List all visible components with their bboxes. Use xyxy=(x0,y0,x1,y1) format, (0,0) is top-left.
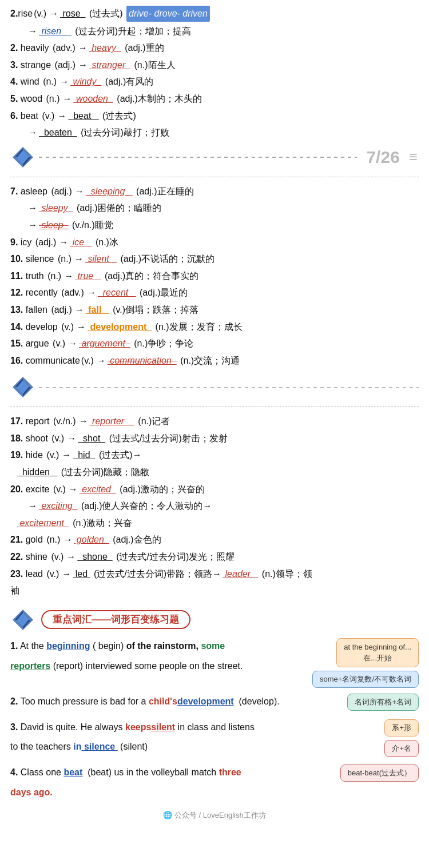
entry-icy: 9. icy (adj.) → ice (n.)冰 xyxy=(10,235,419,250)
entry-word: report xyxy=(23,414,52,429)
entry-pos: (adj.) xyxy=(51,184,72,199)
entry-word: heavily xyxy=(18,41,51,55)
entry-word: wood xyxy=(18,91,45,106)
entry-answer: reporter xyxy=(90,414,134,429)
entry-answer: excitement xyxy=(17,516,69,531)
section-divider-1: 7/26 ≡ xyxy=(10,145,419,170)
callout-text: 名词所有格+名词 xyxy=(355,698,411,706)
entry-sleepy: → sleepy (adj.)困倦的；瞌睡的 xyxy=(10,201,419,216)
entry-word: truth xyxy=(23,269,46,284)
entry-word: silence xyxy=(23,252,57,266)
entry-word: rise xyxy=(18,6,33,21)
arrow-icon: → xyxy=(62,448,71,463)
callout-some: some+名词复数/不可数名词 xyxy=(312,671,419,688)
entry-answer: golden xyxy=(74,532,109,547)
entry-num: 2. xyxy=(10,6,18,21)
entry-num: 3. xyxy=(10,58,18,73)
entry-label: (过去分词)隐藏；隐敝 xyxy=(58,465,149,480)
practice-num: 4. xyxy=(10,765,21,781)
practice-text: (beat) us in the volleyball match xyxy=(82,765,219,781)
arrow-icon: → xyxy=(79,414,88,429)
entry-label: (过去式/过去分词)发光；照耀 xyxy=(114,550,235,564)
entry-num: 19. xyxy=(10,448,23,463)
arrow-icon: → xyxy=(62,567,71,582)
entry-num: 21. xyxy=(10,532,23,547)
entry-word: argue xyxy=(23,336,51,351)
page-indicator: 7/26 xyxy=(366,148,399,167)
arrow-icon: → xyxy=(64,269,73,284)
practice-colored-2: in xyxy=(73,739,81,755)
practice-text: (develop). xyxy=(234,694,280,710)
practice-3-line2: to the teachers in silence (silent) xyxy=(10,739,304,755)
entry-num: 6. xyxy=(10,109,18,124)
entry-hidden: hidden (过去分词)隐藏；隐敝 xyxy=(10,465,419,480)
entry-develop: 14. develop (v.) → development (n.)发展；发育… xyxy=(10,320,419,335)
entry-pos: (adv.) xyxy=(61,285,84,300)
callout-text: at the beginning of...在...开始 xyxy=(344,643,411,663)
practice-2-text: 2. Too much pressure is bad for a child'… xyxy=(10,694,304,714)
practice-answer-2: reporters xyxy=(10,658,50,675)
page: 2. rise (v.) → rose (过去式) drive- drove- … xyxy=(0,0,429,832)
entry-label: (过去式) xyxy=(87,6,126,21)
entry-word: beat xyxy=(18,109,41,124)
entry-pos: (n.) xyxy=(46,532,60,547)
arrow-icon: → xyxy=(28,125,37,140)
practice-3-text: 3. David is quite. He always keeps silen… xyxy=(10,719,304,759)
callout-text: some+名词复数/不可数名词 xyxy=(320,675,411,683)
entry-label: (adj.)金色的 xyxy=(110,532,161,547)
arrow-icon: → xyxy=(78,41,88,55)
entry-recently: 12. recently (adv.) → recent (adj.)最近的 xyxy=(10,285,419,300)
practice-3-line1: 3. David is quite. He always keeps silen… xyxy=(10,719,304,736)
entry-answer: communication xyxy=(108,353,177,368)
entry-label: (n.)发展；发育；成长 xyxy=(153,320,242,335)
section-title: 重点词汇——词形百变练习题 xyxy=(41,610,190,629)
entry-num: 2. xyxy=(10,41,18,55)
entry-word: communicate xyxy=(23,353,80,368)
entry-label: (adj.)最近的 xyxy=(137,285,188,300)
entry-pos: (v.) xyxy=(53,482,66,497)
entry-exciting: → exciting (adj.)使人兴奋的；令人激动的→ xyxy=(10,499,419,513)
menu-icon[interactable]: ≡ xyxy=(409,148,419,166)
entry-label: (adj.)使人兴奋的；令人激动的→ xyxy=(79,499,212,513)
practice-4-line2: days ago. xyxy=(10,785,304,801)
entry-label: (n.)激动；兴奋 xyxy=(70,516,132,531)
practice-text: At the xyxy=(18,638,46,655)
entry-wind: 4. wind (n.) → windy (adj.)有风的 xyxy=(10,74,419,89)
entry-label-2: (n.)领导；领 xyxy=(259,567,312,582)
practice-colored: some xyxy=(201,638,225,655)
practice-text: Class one xyxy=(21,765,64,781)
practice-4-text: 4. Class one beat (beat) us in the volle… xyxy=(10,765,304,805)
entry-report: 17. report (v./n.) → reporter (n.)记者 xyxy=(10,414,419,429)
entry-label: (过去分词)升起；增加；提高 xyxy=(73,24,191,39)
arrow-icon: → xyxy=(97,353,106,368)
entry-label: (过去式)→ xyxy=(96,448,141,463)
entry-pos: (v.) xyxy=(61,320,74,335)
entry-word: wind xyxy=(18,74,42,89)
entry-num: 13. xyxy=(10,302,23,317)
entry-answer: excited xyxy=(80,482,116,497)
entry-label: (v./n.)睡觉 xyxy=(70,218,113,233)
callout-text: 系+形 xyxy=(392,723,411,732)
entry-word: strange xyxy=(18,58,53,73)
entry-answer: recent xyxy=(98,285,136,300)
entry-num: 18. xyxy=(10,431,23,446)
practice-2: 2. Too much pressure is bad for a child'… xyxy=(10,694,419,714)
arrow-icon: → xyxy=(49,6,58,21)
arrow-icon: → xyxy=(28,218,37,233)
entry-word: shine xyxy=(23,550,50,564)
entry-label: (过去式) xyxy=(100,109,136,124)
entry-gold: 21. gold (n.) → golden (adj.)金色的 xyxy=(10,532,419,547)
entry-num: 7. xyxy=(10,184,18,199)
arrow-icon: → xyxy=(74,252,84,266)
entry-label: (adj.)激动的；兴奋的 xyxy=(117,482,205,497)
diamond-icon-2 xyxy=(10,375,35,400)
entry-rise: 2. rise (v.) → rose (过去式) drive- drove- … xyxy=(10,6,419,22)
practice-answer: beginning xyxy=(46,638,90,655)
practice-colored: keeps xyxy=(125,719,151,736)
arrow-icon: → xyxy=(77,320,86,335)
entry-label: (n.)交流；沟通 xyxy=(178,353,240,368)
divider-1 xyxy=(10,177,419,177)
entry-pos: (v.) xyxy=(46,567,59,582)
practice-colored: child's xyxy=(149,694,177,710)
practice-answer-2: silence xyxy=(82,739,118,755)
